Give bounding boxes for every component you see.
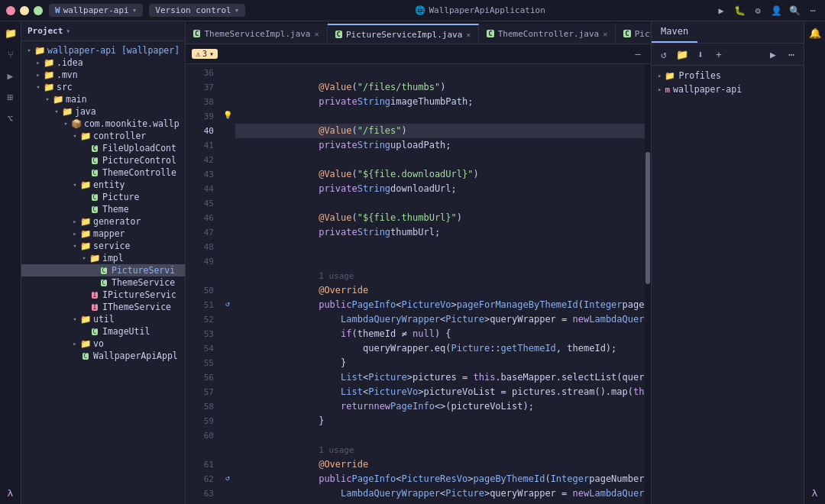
lambda-right-icon[interactable]: λ <box>807 484 823 501</box>
sidebar-title: Project <box>28 26 63 36</box>
tree-item-wallpaperapiappl[interactable]: C WallpaperApiAppl <box>21 350 185 362</box>
maven-folder-icon[interactable]: 📁 <box>675 47 690 62</box>
right-panel-tabs: Maven <box>652 21 804 44</box>
tree-item-java[interactable]: ▾ 📁 java <box>21 105 185 118</box>
tree-item-service[interactable]: ▾ 📁 service <box>21 240 185 252</box>
tab-close-themeservice[interactable]: ✕ <box>315 30 319 38</box>
lambda-icon[interactable]: λ <box>2 484 19 501</box>
tree-item-imageutil[interactable]: C ImageUtil <box>21 325 185 338</box>
tree-item-generator[interactable]: ▸ 📁 generator <box>21 215 185 228</box>
tree-item-theme-entity[interactable]: C Theme <box>21 203 185 215</box>
right-panel: Maven ↺ 📁 ⬇ + ▶ ⋯ ▸ 📁 Profiles ▸ m wallp… <box>651 21 804 504</box>
notification-icon[interactable]: 🔔 <box>807 24 823 41</box>
commit-icon[interactable]: ⑂ <box>2 46 19 63</box>
editor-area: C ThemeServiceImpl.java ✕ C PictureServi… <box>186 21 651 504</box>
sidebar-arrow[interactable]: ▾ <box>66 27 70 35</box>
maven-more-icon[interactable]: ⋯ <box>784 47 799 62</box>
project-arrow: ▸ <box>658 86 662 93</box>
run-configs-icon[interactable]: ▶ <box>2 67 19 84</box>
code-line-44: private String downloadUrl; <box>235 182 645 196</box>
tree-item-entity[interactable]: ▾ 📁 entity <box>21 179 185 191</box>
tree-item-mvn[interactable]: ▸ 📁 .mvn <box>21 69 185 81</box>
tree-item-mapper[interactable]: ▸ 📁 mapper <box>21 228 185 240</box>
folder-icon: 📁 <box>665 71 675 81</box>
minimize-button[interactable] <box>20 6 29 15</box>
maven-run-icon[interactable]: ▶ <box>765 47 781 62</box>
tree-item-picture-entity[interactable]: C Picture <box>21 191 185 203</box>
git-icon[interactable]: ⌥ <box>2 110 19 127</box>
tree-item-ithemeservice[interactable]: I IThemeService <box>21 301 185 313</box>
scrollbar-toggle-icon[interactable]: — <box>631 47 645 61</box>
profile-icon[interactable]: 👤 <box>770 5 782 17</box>
sidebar-header: Project ▾ <box>21 21 185 41</box>
maximize-button[interactable] <box>34 6 43 15</box>
tree-item-idea[interactable]: ▸ 📁 .idea <box>21 57 185 69</box>
tree-item-package[interactable]: ▾ 📦 com.moonkite.wallp <box>21 118 185 130</box>
close-button[interactable] <box>6 6 15 15</box>
maven-m-icon: m <box>665 85 670 95</box>
tabs-bar: C ThemeServiceImpl.java ✕ C PictureServi… <box>186 21 651 44</box>
maven-download-icon[interactable]: ⬇ <box>693 47 708 62</box>
maven-toolbar: ↺ 📁 ⬇ + ▶ ⋯ <box>652 44 804 66</box>
tree-item-impl[interactable]: ▾ 📁 impl <box>21 252 185 264</box>
tree-item-vo[interactable]: ▸ 📁 vo <box>21 338 185 350</box>
tree-item-picturecontrol[interactable]: C PictureControl <box>21 154 185 166</box>
tree-item-root[interactable]: ▾ 📁 wallpaper-api [wallpaper] <box>21 44 185 57</box>
tree-item-src[interactable]: ▾ 📁 src <box>21 81 185 93</box>
tab-themeserviceimpl[interactable]: C ThemeServiceImpl.java ✕ <box>186 24 328 44</box>
project-name-badge[interactable]: W wallpaper-api ▾ <box>49 4 143 17</box>
code-content[interactable]: @Value("/files/thumbs") private String i… <box>235 64 645 504</box>
profiles-arrow: ▸ <box>658 72 662 79</box>
tree-item-fileupload[interactable]: C FileUploadCont <box>21 142 185 154</box>
debug-icon[interactable]: 🐛 <box>733 5 746 17</box>
folder-icon[interactable]: 📁 <box>2 24 19 41</box>
tree-item-main[interactable]: ▾ 📁 main <box>21 93 185 105</box>
window-controls <box>6 6 43 15</box>
editor-toolbar: ⚠ 3 ▾ — <box>186 44 651 64</box>
tree-item-pictureserviceimpl[interactable]: C PictureServi <box>21 264 185 276</box>
maven-project[interactable]: ▸ m wallpaper-api <box>652 82 804 96</box>
tab-close-pictureservice[interactable]: ✕ <box>466 31 471 39</box>
tab-picturecontroller[interactable]: C PictureController.java ✕ <box>616 24 651 44</box>
line-numbers: 36 37 38 39 40 41 42 43 44 45 46 47 48 4… <box>186 64 220 504</box>
editor-scrollbar[interactable] <box>645 64 651 504</box>
warning-badge[interactable]: ⚠ 3 ▾ <box>192 49 218 59</box>
title-bar: W wallpaper-api ▾ Version control ▾ 🌐 Wa… <box>0 0 825 21</box>
code-line-41: private String uploadPath; <box>235 138 645 153</box>
maven-add-icon[interactable]: + <box>711 47 726 62</box>
code-editor: 36 37 38 39 40 41 42 43 44 45 46 47 48 4… <box>186 64 651 504</box>
maven-content: ▸ 📁 Profiles ▸ m wallpaper-api <box>652 66 804 504</box>
version-control-badge[interactable]: Version control ▾ <box>149 4 245 17</box>
left-toolbar: 📁 ⑂ ▶ ⊞ ⌥ λ <box>0 21 21 504</box>
tree-item-ipictureservice[interactable]: I IPictureServic <box>21 289 185 301</box>
gutter: 💡 ↺ <box>220 64 235 504</box>
tab-maven[interactable]: Maven <box>652 21 697 43</box>
tab-themecontroller[interactable]: C ThemeController.java ✕ <box>479 24 616 44</box>
maven-refresh-icon[interactable]: ↺ <box>656 47 671 62</box>
sidebar-tree: ▾ 📁 wallpaper-api [wallpaper] ▸ 📁 .idea … <box>21 41 185 504</box>
tree-item-util[interactable]: ▾ 📁 util <box>21 313 185 325</box>
tree-item-themeserviceimpl[interactable]: C ThemeService <box>21 276 185 289</box>
right-toolbar: 🔔 λ <box>804 21 825 504</box>
code-line-38: private String imageThumbPath; <box>235 95 645 109</box>
code-line-63: LambdaQueryWrapper<Picture> queryWrapper… <box>235 486 645 501</box>
maven-profiles[interactable]: ▸ 📁 Profiles <box>652 69 804 82</box>
settings-icon[interactable]: ⚙ <box>752 5 764 17</box>
search-icon[interactable]: 🔍 <box>788 5 801 17</box>
lightbulb-icon[interactable]: 💡 <box>223 111 232 119</box>
override-icon: ↺ <box>225 299 230 308</box>
sidebar: Project ▾ ▾ 📁 wallpaper-api [wallpaper] … <box>21 21 186 504</box>
override-icon2: ↺ <box>225 473 230 482</box>
terminal-icon[interactable]: ⊞ <box>2 89 19 105</box>
warning-icon: ⚠ <box>196 50 200 58</box>
title-right-controls: ▶ 🐛 ⚙ 👤 🔍 ⋯ <box>715 5 819 17</box>
tab-close-themecontroller[interactable]: ✕ <box>603 30 607 38</box>
tree-item-themecontroller[interactable]: C ThemeControlle <box>21 166 185 179</box>
code-line-59: } <box>235 414 645 428</box>
tab-pictureserviceimpl[interactable]: C PictureServiceImpl.java ✕ <box>328 24 480 44</box>
more-icon[interactable]: ⋯ <box>807 5 819 17</box>
run-icon[interactable]: ▶ <box>715 5 727 17</box>
title-center: 🌐 WallpaperApiApplication <box>251 5 709 15</box>
scrollbar-thumb[interactable] <box>645 152 650 284</box>
tree-item-controller[interactable]: ▾ 📁 controller <box>21 130 185 142</box>
